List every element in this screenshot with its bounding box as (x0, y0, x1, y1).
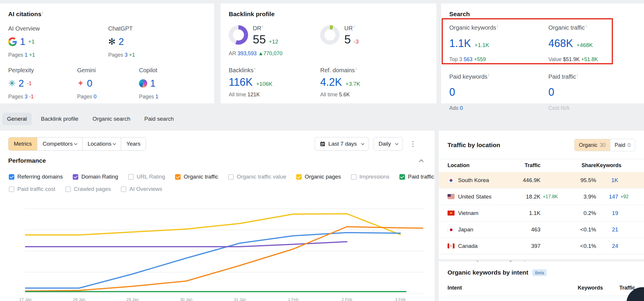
ur-value: 5 (344, 33, 351, 45)
line-chart-svg (25, 200, 424, 297)
perplexity-card: Perplexity ✳ 2 -1 Pages 3 -1 (8, 67, 77, 100)
performance-title: Performance (8, 157, 46, 164)
checkbox-organic-pages[interactable]: Organic pages (296, 174, 341, 180)
checkbox-crawled-pages[interactable]: Crawled pages (65, 186, 111, 192)
perplexity-value[interactable]: 2 (18, 78, 24, 89)
info-icon[interactable]: i (586, 24, 587, 28)
tab-backlink-profile[interactable]: Backlink profile (36, 113, 83, 125)
copilot-icon (139, 79, 147, 88)
more-options-kebab-icon[interactable]: ⋮ (408, 140, 418, 148)
ref-domains-label: Ref. domainsi (320, 67, 428, 74)
info-icon[interactable]: i (497, 24, 498, 28)
chatgpt-pages: Pages 3 +1 (108, 52, 206, 58)
table-row-canada[interactable]: ✶Canada 397 <0.1% 24 (439, 238, 644, 254)
table-row-japan[interactable]: Japan 463 <0.1% 21 (439, 221, 644, 238)
chevron-down-icon (395, 142, 398, 145)
table-row-united-states[interactable]: United States 18.2K +17.8K 3.9% 147 +92 (439, 188, 644, 205)
backlink-profile-title: Backlink profile (229, 11, 428, 18)
info-icon[interactable]: i (354, 25, 355, 29)
checkbox-referring-domains[interactable]: Referring domains (9, 174, 63, 180)
table-row-vietnam[interactable]: ★Vietnam 1.1K 0.2% 19 (439, 205, 644, 221)
info-icon[interactable]: i (356, 67, 357, 71)
keywords-link[interactable]: 24 (596, 243, 618, 249)
chatgpt-value[interactable]: 2 (118, 36, 124, 47)
checkbox-url-rating[interactable]: URL Rating (128, 174, 165, 180)
checkbox-paid-traffic-cost[interactable]: Paid traffic cost (9, 186, 55, 192)
toggle-paid[interactable]: Paid0 (610, 139, 635, 151)
perplexity-icon: ✳ (8, 79, 16, 88)
x-tick-label: 31 Jan (234, 297, 246, 301)
series-domain-rating (26, 242, 347, 247)
checkbox-icon (128, 174, 134, 180)
checkbox-icon (399, 174, 405, 180)
keywords-link[interactable]: 1K (596, 177, 618, 184)
traffic-by-location-panel: Traffic by location Organic30 Paid0 Loca… (439, 131, 644, 259)
ur-block: URi 5 -3 (320, 25, 428, 57)
filter-segmented-control: Metrics Competitors Locations Years (8, 137, 146, 151)
info-icon[interactable]: i (254, 67, 255, 71)
checkbox-paid-traffic[interactable]: Paid traffic (399, 174, 434, 180)
ai-overview-label: AI Overview (8, 25, 108, 32)
organic-keywords-block: Organic keywordsi 1.1K +1.1K Top 3 563 +… (449, 24, 548, 63)
checkbox-icon (121, 186, 126, 192)
tab-general[interactable]: General (2, 113, 32, 125)
organic-traffic-delta: +468K (577, 42, 593, 48)
keywords-link[interactable]: 19 (596, 210, 618, 216)
checkbox-organic-traffic-value[interactable]: Organic traffic value (228, 174, 286, 180)
ur-label: URi (344, 25, 359, 32)
keywords-link[interactable]: 21 (596, 226, 618, 233)
info-icon[interactable]: i (42, 11, 43, 15)
organic-keywords-sub: Top 3 563 +559 (449, 56, 548, 63)
calendar-icon (320, 141, 326, 147)
ref-domains-delta: +3.7K (345, 81, 360, 87)
info-icon[interactable]: i (577, 73, 578, 77)
organic-traffic-value[interactable]: 468K (548, 38, 573, 49)
checkbox-domain-rating[interactable]: Domain Rating (73, 174, 118, 180)
dr-value: 55 (253, 33, 266, 45)
ai-overview-pages: Pages 1 +1 (8, 52, 108, 58)
toggle-organic[interactable]: Organic30 (574, 139, 610, 151)
backlinks-alltime: All time 121K (229, 92, 320, 98)
tab-organic-search[interactable]: Organic search (88, 113, 135, 125)
date-range-dropdown[interactable]: Last 7 days (315, 137, 369, 151)
search-title: Search (449, 11, 636, 18)
chevron-down-icon (74, 142, 77, 145)
copilot-pages: Pages 1 (139, 94, 206, 100)
table-row-south-korea[interactable]: South Korea 446.9K 95.5% 1K (439, 172, 644, 188)
gemini-value[interactable]: 0 (87, 78, 92, 89)
organic-paid-toggle: Organic30 Paid0 (574, 139, 635, 151)
ref-domains-value[interactable]: 4.2K (320, 77, 342, 88)
years-button[interactable]: Years (121, 137, 146, 150)
paid-traffic-value[interactable]: 0 (548, 87, 554, 97)
ahrefs-overview-page: AI citationsi AI Overview 1 +1 Pages 1 +… (0, 0, 644, 301)
keywords-link[interactable]: 147 (596, 194, 618, 200)
ai-overview-value[interactable]: 1 (20, 36, 25, 47)
backlinks-value[interactable]: 116K (229, 77, 252, 88)
metrics-button[interactable]: Metrics (9, 137, 37, 150)
x-tick-label: 27 Jan (19, 297, 32, 301)
paid-keywords-value[interactable]: 0 (449, 87, 455, 97)
south-korea-flag-icon (448, 178, 455, 183)
locations-dropdown[interactable]: Locations (82, 137, 121, 150)
organic-keywords-label: Organic keywordsi (449, 24, 548, 31)
collapse-chevron-up-icon[interactable] (419, 159, 424, 164)
search-panel: Search Organic keywordsi 1.1K +1.1K Top … (441, 4, 644, 103)
metric-checkbox-row-1: Referring domains Domain Rating URL Rati… (9, 174, 434, 180)
copilot-value[interactable]: 1 (150, 78, 155, 89)
competitors-dropdown[interactable]: Competitors (37, 137, 82, 150)
organic-keywords-value[interactable]: 1.1K (449, 38, 471, 49)
info-icon[interactable]: i (262, 25, 263, 29)
dr-block: DRi 55 +12 AR 393,593 ▲770,070 (229, 25, 320, 57)
perplexity-pages: Pages 3 -1 (8, 94, 77, 100)
chatgpt-icon: ✻ (108, 37, 116, 46)
checkbox-icon (65, 186, 71, 192)
info-icon[interactable]: i (488, 73, 489, 77)
checkbox-organic-traffic[interactable]: Organic traffic (175, 174, 218, 180)
checkbox-ai-overviews[interactable]: AI Overviews (121, 186, 162, 192)
granularity-dropdown[interactable]: Daily (374, 137, 403, 151)
tab-paid-search[interactable]: Paid search (140, 113, 178, 125)
dr-delta: +12 (269, 38, 278, 45)
checkbox-impressions[interactable]: Impressions (351, 174, 389, 180)
paid-traffic-label: Paid traffici (548, 73, 636, 80)
ai-citations-panel: AI citationsi AI Overview 1 +1 Pages 1 +… (0, 4, 214, 103)
